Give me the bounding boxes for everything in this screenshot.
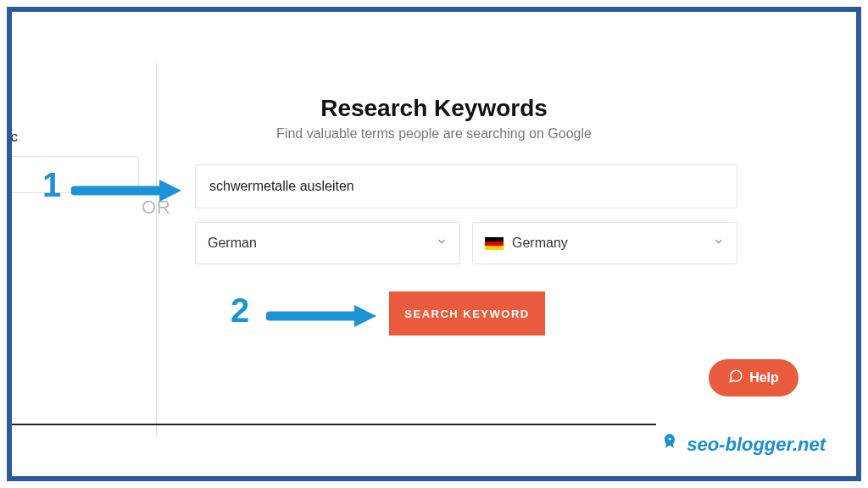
annotation-arrow-1 — [71, 178, 181, 203]
annotation-step-1: 1 — [42, 166, 61, 204]
annotation-step-2: 2 — [231, 291, 249, 330]
language-select-value: German — [208, 236, 257, 251]
divider-horizontal — [12, 424, 656, 425]
keyword-input[interactable] — [195, 164, 737, 208]
page-title: Research Keywords — [12, 95, 856, 122]
watermark: seo-blogger.net — [659, 432, 826, 458]
rocket-icon — [659, 432, 680, 458]
svg-point-4 — [669, 437, 671, 440]
svg-marker-1 — [159, 180, 181, 202]
language-select[interactable]: German — [195, 222, 460, 264]
chat-icon — [728, 369, 743, 387]
germany-flag-icon — [485, 237, 504, 250]
search-keyword-button[interactable]: SEARCH KEYWORD — [389, 291, 545, 336]
page-subtitle: Find valuable terms people are searching… — [12, 126, 856, 141]
outer-frame: fic OR Research Keywords Find valuable t… — [7, 7, 861, 481]
help-button-label: Help — [749, 370, 779, 385]
chevron-down-icon — [713, 236, 725, 251]
help-button[interactable]: Help — [709, 359, 798, 396]
watermark-text: seo-blogger.net — [687, 434, 826, 456]
svg-marker-3 — [354, 305, 376, 327]
country-select-value: Germany — [512, 236, 568, 251]
country-select[interactable]: Germany — [472, 222, 737, 264]
chevron-down-icon — [436, 236, 448, 251]
annotation-arrow-2 — [266, 303, 376, 329]
